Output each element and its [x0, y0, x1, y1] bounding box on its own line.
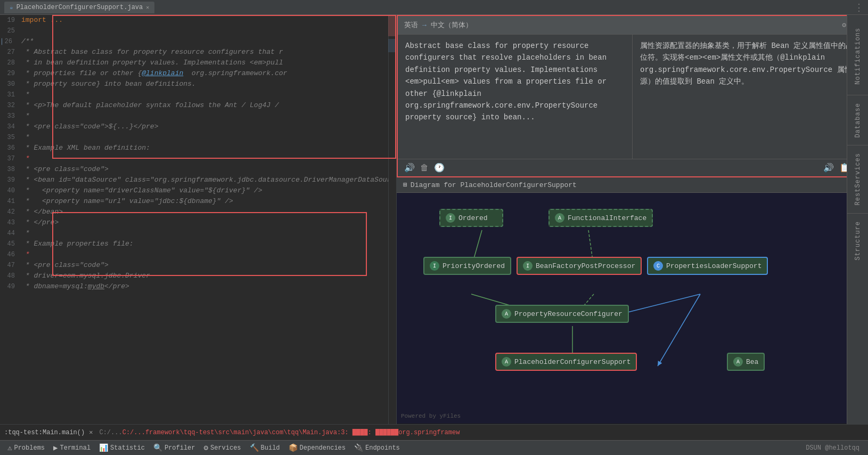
code-line-36: 36 * Example XML bean definition:	[0, 143, 396, 153]
code-line-43: 43 * </pre>	[0, 217, 396, 228]
run-bar: :tqq-test:Main.main() ✕ C:/...C:/...fram…	[0, 424, 868, 440]
profiler-icon: 🔍	[153, 443, 162, 452]
status-bar: ⚠ Problems ▶ Terminal 📊 Statistic 🔍 Prof…	[0, 440, 868, 455]
yfiles-watermark: Powered by yFiles	[401, 413, 461, 419]
diagram-arrows	[397, 193, 868, 424]
node-functional-interface-label: FunctionalInterface	[568, 214, 646, 222]
editor-tab[interactable]: ☕ PlaceholderConfigurerSupport.java ✕	[4, 2, 154, 13]
right-sidebar: Notifications Database RestServices Stru…	[847, 15, 868, 424]
diagram-content[interactable]: I Ordered A FunctionalInterface I Priori…	[397, 193, 868, 424]
translation-settings-icon[interactable]: ⚙	[842, 21, 846, 29]
node-placeholder-configurer-support[interactable]: A PlaceholderConfigurerSupport	[495, 353, 637, 371]
src-audio-icon[interactable]: 🔊	[404, 162, 415, 173]
code-line-41: 41 * <property name="url" value="jdbc:${…	[0, 196, 396, 207]
tab-close-button[interactable]: ✕	[146, 4, 149, 11]
code-line-26: │26 /**	[0, 36, 396, 47]
diagram-panel: ⊞ Diagram for PlaceholderConfigurerSuppo…	[397, 177, 868, 424]
node-bean-factory-post-processor-label: BeanFactoryPostProcessor	[536, 262, 635, 270]
dest-translation-text: 属性资源配置器的抽象基类，用于解析 Bean 定义属性值中的占位符。实现将<em…	[633, 35, 867, 159]
svg-line-6	[658, 294, 700, 366]
dependencies-icon: 📦	[289, 443, 298, 452]
statistic-icon: 📊	[99, 443, 108, 452]
code-line-47: 47 * <pre class="code">	[0, 260, 396, 271]
status-item-services[interactable]: ⚙ Services	[201, 441, 244, 455]
database-icon[interactable]: Database	[847, 95, 868, 145]
code-minimap[interactable]	[388, 15, 396, 424]
code-line-37: 37 *	[0, 153, 396, 164]
dest-language-label: 中文（简体）	[431, 20, 472, 30]
services-label: Services	[210, 444, 241, 452]
java-file-icon: ☕	[10, 4, 13, 11]
terminal-label: Terminal	[60, 444, 91, 452]
node-bean-factory-post-processor[interactable]: I BeanFactoryPostProcessor	[517, 257, 642, 275]
title-bar: ☕ PlaceholderConfigurerSupport.java ✕ ⋮	[0, 0, 868, 15]
code-line-34: 34 * <pre class="code">${...}</pre>	[0, 121, 396, 132]
endpoints-label: Endpoints	[365, 444, 400, 452]
code-line-19: 19 import ...	[0, 15, 396, 26]
node-priority-ordered[interactable]: I PriorityOrdered	[423, 257, 511, 275]
code-line-29: 29 * properties file or other {@linkplai…	[0, 68, 396, 79]
endpoints-icon: 🔌	[354, 443, 363, 452]
code-line-35: 35 *	[0, 132, 396, 143]
diagram-header: ⊞ Diagram for PlaceholderConfigurerSuppo…	[397, 177, 868, 193]
code-line-45: 45 * Example properties file:	[0, 239, 396, 249]
structure-icon[interactable]: Structure	[847, 213, 868, 268]
main-content: 19 import ... 25 │26 /** 27 * Abstract b…	[0, 15, 868, 424]
tab-filename: PlaceholderConfigurerSupport.java	[17, 4, 143, 11]
node-functional-interface[interactable]: A FunctionalInterface	[548, 209, 653, 227]
dependencies-label: Dependencies	[300, 444, 346, 452]
node-bear-label: Bea	[746, 358, 758, 366]
status-item-build[interactable]: 🔨 Build	[247, 441, 283, 455]
translation-footer: 🔊 🗑 🕐 🔊 📋 ☆	[398, 159, 867, 176]
build-icon: 🔨	[250, 443, 259, 452]
status-item-terminal[interactable]: ▶ Terminal	[50, 441, 94, 455]
translation-panel: 英语 → 中文（简体） ⚙ ✕ Abstract base class for …	[397, 15, 868, 177]
node-placeholder-configurer-support-label: PlaceholderConfigurerSupport	[514, 358, 630, 366]
code-editor-panel: 19 import ... 25 │26 /** 27 * Abstract b…	[0, 15, 397, 424]
rest-services-icon[interactable]: RestServices	[847, 145, 868, 213]
services-icon: ⚙	[204, 443, 208, 452]
run-tab-close[interactable]: ✕	[89, 428, 93, 436]
status-item-problems[interactable]: ⚠ Problems	[4, 441, 48, 455]
source-translation-text: Abstract base class for property resourc…	[398, 35, 632, 159]
node-ordered[interactable]: I Ordered	[439, 209, 503, 227]
translation-header: 英语 → 中文（简体） ⚙ ✕	[398, 16, 867, 35]
run-tab[interactable]: :tqq-test:Main.main() ✕	[4, 428, 93, 436]
code-line-27: 27 * Abstract base class for property re…	[0, 47, 396, 58]
code-line-33: 33 *	[0, 111, 396, 121]
code-line-28: 28 * in bean definition property values.…	[0, 58, 396, 68]
delete-icon[interactable]: 🗑	[420, 163, 429, 173]
run-output-text: C:/...C:/...framework\tqq-test\src\main\…	[93, 429, 864, 436]
build-label: Build	[261, 444, 280, 452]
node-properties-loader-support[interactable]: C PropertiesLoaderSupport	[647, 257, 768, 275]
user-label: DSUN @hellotqq	[806, 444, 864, 452]
status-item-statistic[interactable]: 📊 Statistic	[96, 441, 148, 455]
code-line-25: 25	[0, 26, 396, 36]
diagram-title: Diagram for PlaceholderConfigurerSupport	[411, 181, 577, 189]
notifications-icon[interactable]: Notifications	[854, 20, 862, 95]
node-properties-loader-support-label: PropertiesLoaderSupport	[666, 262, 761, 270]
dest-audio-icon[interactable]: 🔊	[823, 162, 834, 173]
code-line-49: 49 * dbname=mysql:mydb</pre>	[0, 281, 396, 292]
more-options-icon[interactable]: ⋮	[854, 2, 864, 13]
node-property-resource-configurer-label: PropertyResourceConfigurer	[514, 310, 623, 318]
code-line-48: 48 * driver=com.mysql.jdbc.Driver	[0, 271, 396, 281]
status-item-endpoints[interactable]: 🔌 Endpoints	[351, 441, 403, 455]
code-line-40: 40 * <property name="driverClassName" va…	[0, 185, 396, 196]
code-line-30: 30 * property source} into bean definiti…	[0, 79, 396, 90]
statistic-label: Statistic	[110, 444, 145, 452]
status-item-dependencies[interactable]: 📦 Dependencies	[285, 441, 349, 455]
problems-label: Problems	[14, 444, 45, 452]
right-panel: 英语 → 中文（简体） ⚙ ✕ Abstract base class for …	[397, 15, 868, 424]
translation-bodies: Abstract base class for property resourc…	[398, 35, 867, 159]
history-icon[interactable]: 🕐	[434, 162, 445, 173]
node-bear[interactable]: A Bea	[727, 353, 765, 371]
diagram-icon: ⊞	[403, 181, 407, 189]
code-line-46: 46 *	[0, 249, 396, 260]
code-line-31: 31 *	[0, 90, 396, 100]
node-property-resource-configurer[interactable]: A PropertyResourceConfigurer	[495, 305, 629, 323]
code-line-32: 32 * <p>The default placeholder syntax f…	[0, 100, 396, 111]
status-item-profiler[interactable]: 🔍 Profiler	[150, 441, 199, 455]
source-language-label: 英语	[404, 20, 418, 30]
language-arrow-icon: →	[422, 21, 427, 29]
